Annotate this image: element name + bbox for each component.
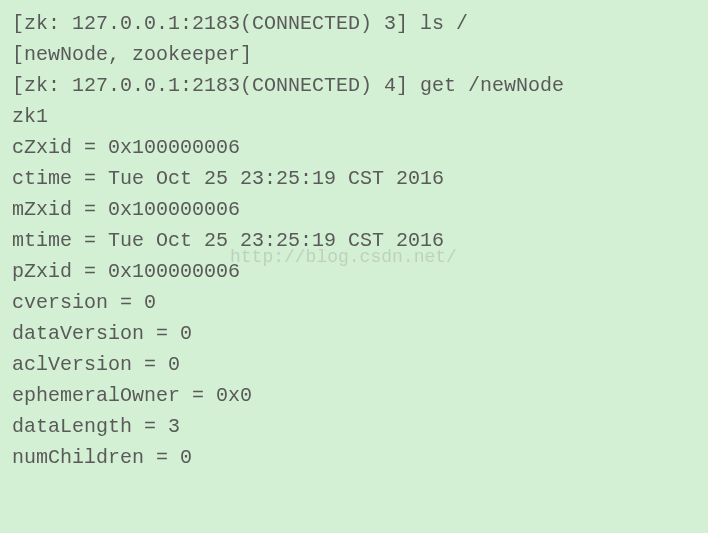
ctime-line: ctime = Tue Oct 25 23:25:19 CST 2016 bbox=[12, 163, 696, 194]
cversion-line: cversion = 0 bbox=[12, 287, 696, 318]
pzxid-line: pZxid = 0x100000006 bbox=[12, 256, 696, 287]
czxid-line: cZxid = 0x100000006 bbox=[12, 132, 696, 163]
numchildren-line: numChildren = 0 bbox=[12, 442, 696, 473]
command-line-get: [zk: 127.0.0.1:2183(CONNECTED) 4] get /n… bbox=[12, 70, 696, 101]
ls-output: [newNode, zookeeper] bbox=[12, 39, 696, 70]
command-line-ls: [zk: 127.0.0.1:2183(CONNECTED) 3] ls / bbox=[12, 8, 696, 39]
ephemeralowner-line: ephemeralOwner = 0x0 bbox=[12, 380, 696, 411]
datalength-line: dataLength = 3 bbox=[12, 411, 696, 442]
terminal-output: [zk: 127.0.0.1:2183(CONNECTED) 3] ls / [… bbox=[12, 8, 696, 473]
aclversion-line: aclVersion = 0 bbox=[12, 349, 696, 380]
mtime-line: mtime = Tue Oct 25 23:25:19 CST 2016 bbox=[12, 225, 696, 256]
dataversion-line: dataVersion = 0 bbox=[12, 318, 696, 349]
node-data-value: zk1 bbox=[12, 101, 696, 132]
mzxid-line: mZxid = 0x100000006 bbox=[12, 194, 696, 225]
